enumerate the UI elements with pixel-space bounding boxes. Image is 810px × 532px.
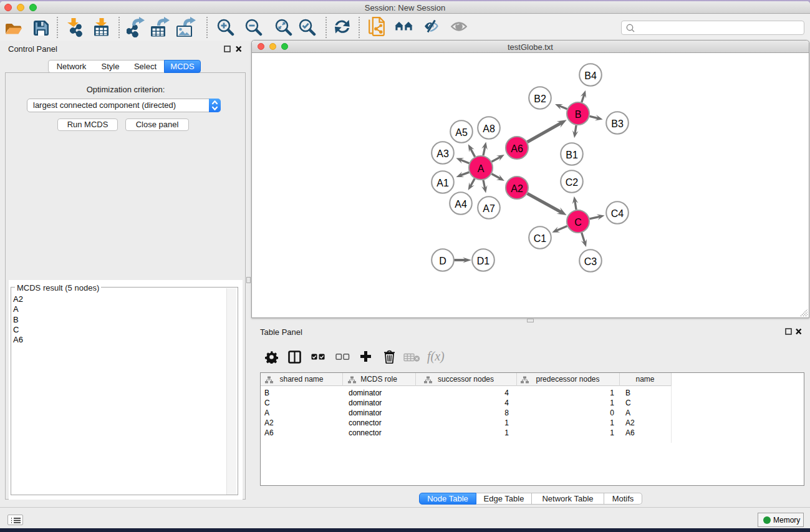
svg-text:A8: A8 bbox=[483, 123, 495, 134]
svg-text:C4: C4 bbox=[611, 208, 624, 219]
svg-text:B1: B1 bbox=[566, 150, 578, 160]
svg-text:B2: B2 bbox=[534, 94, 546, 104]
svg-text:B3: B3 bbox=[611, 118, 624, 129]
svg-text:B: B bbox=[575, 109, 582, 120]
svg-text:A3: A3 bbox=[436, 148, 449, 159]
svg-text:A6: A6 bbox=[511, 143, 523, 154]
svg-text:A: A bbox=[478, 163, 485, 174]
svg-text:A1: A1 bbox=[436, 178, 449, 188]
svg-text:A5: A5 bbox=[455, 127, 468, 138]
svg-text:B4: B4 bbox=[584, 70, 597, 81]
svg-text:A2: A2 bbox=[511, 183, 523, 194]
svg-text:C: C bbox=[574, 217, 582, 228]
svg-text:D: D bbox=[439, 256, 446, 266]
svg-text:A7: A7 bbox=[483, 203, 495, 214]
svg-text:C3: C3 bbox=[584, 256, 597, 267]
svg-text:C1: C1 bbox=[534, 233, 547, 244]
svg-text:D1: D1 bbox=[477, 256, 490, 266]
svg-text:A4: A4 bbox=[455, 199, 467, 210]
svg-text:C2: C2 bbox=[566, 177, 579, 188]
